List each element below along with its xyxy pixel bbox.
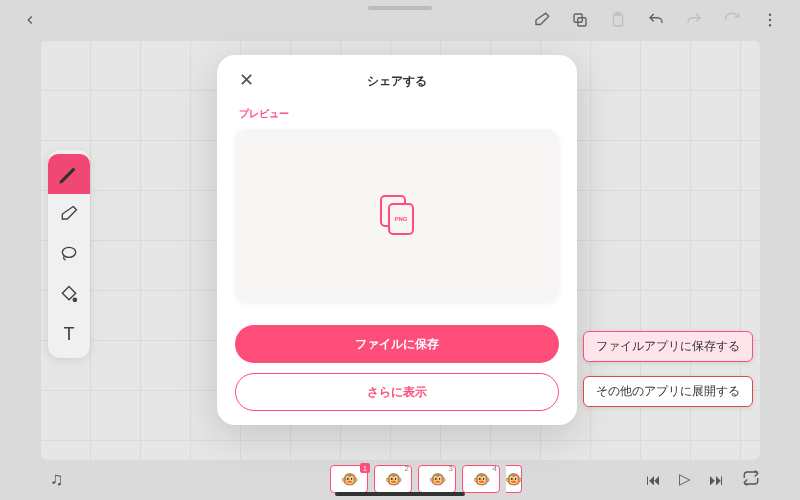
show-more-button[interactable]: さらに表示 — [235, 373, 559, 411]
frame-number: 2 — [405, 464, 409, 473]
frames-timeline: 🐵 1 🐵 2 🐵 3 🐵 4 🐵 — [330, 465, 522, 493]
frame-4[interactable]: 🐵 4 — [462, 465, 500, 493]
callout-show-note: その他のアプリに展開する — [583, 376, 753, 407]
close-button[interactable]: ✕ — [235, 69, 257, 91]
share-modal: ✕ シェアする プレビュー PNG ファイルに保存 さらに表示 — [217, 55, 577, 425]
frame-thumbnail: 🐵 — [473, 471, 490, 487]
modal-title: シェアする — [367, 73, 427, 90]
frame-2[interactable]: 🐵 2 — [374, 465, 412, 493]
frame-5-partial[interactable]: 🐵 — [506, 465, 522, 493]
frame-thumbnail: 🐵 — [429, 471, 446, 487]
frame-active-badge: 1 — [360, 463, 370, 473]
callout-save-note: ファイルアプリに保存する — [583, 331, 753, 362]
frame-thumbnail: 🐵 — [506, 471, 522, 487]
frame-3[interactable]: 🐵 3 — [418, 465, 456, 493]
playback-controls: ⏮ ▷ ⏭ — [646, 469, 760, 490]
frame-thumbnail: 🐵 — [385, 471, 402, 487]
play-button[interactable]: ▷ — [679, 470, 691, 488]
png-file-icon: PNG — [380, 195, 414, 235]
frame-number: 4 — [493, 464, 497, 473]
home-indicator — [335, 492, 465, 496]
frame-1[interactable]: 🐵 1 — [330, 465, 368, 493]
music-icon[interactable]: ♫ — [50, 469, 64, 490]
frame-thumbnail: 🐵 — [341, 471, 358, 487]
loop-button[interactable] — [742, 469, 760, 490]
preview-card[interactable]: PNG — [235, 129, 559, 301]
prev-frame-button[interactable]: ⏮ — [646, 471, 661, 488]
frame-number: 3 — [449, 464, 453, 473]
preview-section-label: プレビュー — [239, 107, 559, 121]
save-to-files-button[interactable]: ファイルに保存 — [235, 325, 559, 363]
next-frame-button[interactable]: ⏭ — [709, 471, 724, 488]
